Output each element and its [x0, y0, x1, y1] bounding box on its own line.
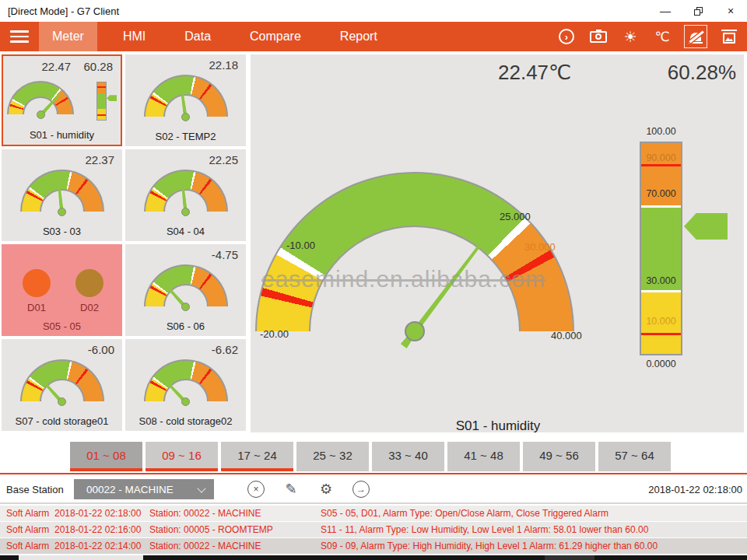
- go-button[interactable]: →: [352, 480, 370, 499]
- tile-value: 22.18: [209, 58, 238, 72]
- range-tab-17-24[interactable]: 17 ~ 24: [221, 442, 293, 471]
- tab-data[interactable]: Data: [171, 22, 224, 51]
- alarm-row[interactable]: Soft Alarm 2018-01-22 02:14:00 Station: …: [0, 538, 747, 554]
- current-timestamp: 2018-01-22 02:18:00: [648, 484, 742, 495]
- station-bar: Base Station 00022 - MACHINE × ✎ ⚙ → 201…: [0, 476, 747, 502]
- tile-label: S02 - TEMP2: [125, 131, 246, 142]
- alarm-time: 2018-01-22 02:14:00: [54, 541, 149, 551]
- brightness-button[interactable]: ☀: [620, 26, 640, 47]
- separator-line: [0, 473, 747, 474]
- range-tab-57-64[interactable]: 57 ~ 64: [598, 442, 671, 471]
- clear-snapshot-button[interactable]: [719, 26, 739, 47]
- tile-value: 22.25: [209, 153, 238, 166]
- tab-meter[interactable]: Meter: [39, 22, 97, 51]
- alarm-row[interactable]: Soft Alarm 2018-01-22 02:18:00 Station: …: [0, 506, 747, 521]
- d01-label: D01: [23, 302, 51, 313]
- window-controls: — ×: [649, 0, 747, 22]
- gauge-alarm-label: 30.000: [524, 241, 556, 253]
- bar-90-label: 90.000: [641, 152, 681, 163]
- gauge-high-label: 25.000: [500, 211, 531, 222]
- tile-s08-cold-storage02[interactable]: -6.62 S08 - cold storage02: [125, 339, 246, 431]
- mini-bar-gauge: [96, 82, 107, 121]
- restore-button[interactable]: [682, 0, 714, 22]
- tab-compare[interactable]: Compare: [237, 22, 314, 51]
- tile-value: 22.37: [85, 153, 114, 166]
- tile-s04[interactable]: 22.25 S04 - 04: [125, 149, 246, 241]
- meter-panel: 22.47℃ 60.28% -20.00 -10.00 25.000 30.00…: [251, 54, 744, 432]
- bar-min-label: 0.0000: [640, 359, 682, 369]
- sync-button[interactable]: ›: [556, 26, 577, 47]
- bar-10-label: 10.000: [641, 316, 681, 327]
- mini-gauge: [144, 264, 228, 306]
- unit-celsius-button[interactable]: ℃: [652, 26, 672, 47]
- tile-value: -6.62: [212, 343, 238, 356]
- bar-30-label: 30.000: [641, 275, 681, 286]
- trash-image-icon: [722, 30, 736, 44]
- tile-label: S06 - 06: [125, 320, 246, 332]
- range-tab-01-08[interactable]: 01 ~ 08: [70, 442, 142, 471]
- gauge-max-label: 40.000: [551, 330, 582, 341]
- tab-hmi[interactable]: HMI: [110, 22, 159, 51]
- gauge-low-label: -10.00: [286, 240, 315, 251]
- tile-s02-temp2[interactable]: 22.18 S02 - TEMP2: [125, 54, 246, 146]
- range-tab-25-32[interactable]: 25 ~ 32: [296, 442, 369, 471]
- alarm-message: S09 - 09, Alarm Type: High Humidity, Hig…: [321, 541, 658, 551]
- close-icon: ×: [728, 5, 734, 17]
- bar-pointer: [684, 213, 728, 240]
- digital-input-d02-indicator: [75, 269, 103, 297]
- tile-label: S05 - 05: [2, 320, 122, 332]
- close-button[interactable]: ×: [714, 0, 747, 22]
- chevron-down-icon: [197, 484, 205, 492]
- humidity-bar-gauge: 90.000 70.000 30.000 10.000: [640, 142, 682, 355]
- tab-report[interactable]: Report: [327, 22, 391, 51]
- mini-bar-pointer: [107, 95, 117, 101]
- tile-label: S01 - humidity: [3, 129, 121, 141]
- mini-gauge: [144, 75, 228, 117]
- alarm-mute-button[interactable]: [684, 25, 707, 48]
- snapshot-button[interactable]: [588, 26, 608, 47]
- tile-s07-cold-storage01[interactable]: -6.00 S07 - cold storage01: [2, 339, 122, 431]
- menu-button[interactable]: [0, 22, 39, 51]
- range-tab-49-56[interactable]: 49 ~ 56: [523, 442, 595, 471]
- tile-label: S03 - 03: [2, 226, 122, 237]
- sync-icon: ›: [559, 29, 574, 44]
- tile-s06[interactable]: -4.75 S06 - 06: [125, 244, 246, 336]
- edit-button[interactable]: ✎: [282, 480, 300, 499]
- range-tab-33-40[interactable]: 33 ~ 40: [372, 442, 444, 471]
- alarm-station: Station: 00022 - MACHINE: [149, 508, 321, 519]
- mini-gauge: [7, 81, 74, 114]
- celsius-icon: ℃: [654, 29, 669, 45]
- tile-label: S04 - 04: [125, 226, 246, 237]
- digital-input-d01-indicator: [23, 269, 51, 297]
- alarm-type: Soft Alarm: [6, 541, 54, 551]
- minimize-button[interactable]: —: [649, 0, 682, 22]
- tile-s03[interactable]: 22.37 S03 - 03: [2, 149, 122, 241]
- alarm-station: Station: 00022 - MACHINE: [149, 541, 321, 551]
- sensor-tile-grid: 22.47 60.28 S01 - humidity 22.18: [2, 54, 247, 431]
- sensor-range-tabs: 01 ~ 08 09 ~ 16 17 ~ 24 25 ~ 32 33 ~ 40 …: [70, 442, 671, 471]
- restore-icon: [694, 7, 703, 16]
- gauge-caption: S01 - humidity: [374, 418, 622, 434]
- station-select[interactable]: 00022 - MACHINE: [74, 479, 214, 499]
- temperature-readout: 22.47℃: [498, 61, 571, 85]
- range-tab-09-16[interactable]: 09 ~ 16: [146, 442, 218, 471]
- cancel-button[interactable]: ×: [247, 480, 265, 499]
- mini-gauge: [20, 170, 104, 212]
- alarm-station: Station: 00005 - ROOMTEMP: [149, 524, 321, 535]
- mini-gauge: [144, 170, 228, 212]
- circle-arrow-icon: →: [352, 481, 370, 498]
- alarm-time: 2018-01-22 02:16:00: [54, 524, 149, 535]
- alarm-time: 2018-01-22 02:18:00: [54, 508, 149, 519]
- gauge-hub: [405, 321, 425, 341]
- bar-alarm-high-line: [641, 164, 681, 166]
- base-station-label: Base Station: [6, 484, 64, 495]
- tile-s05-alarm[interactable]: D01 D02 S05 - 05: [2, 244, 122, 336]
- settings-button[interactable]: ⚙: [317, 480, 335, 499]
- bar-70-label: 70.000: [641, 188, 681, 199]
- gauge-min-label: -20.00: [260, 328, 289, 340]
- circle-x-icon: ×: [247, 481, 265, 498]
- alarm-row[interactable]: Soft Alarm 2018-01-22 02:16:00 Station: …: [0, 522, 747, 537]
- tile-s01-humidity[interactable]: 22.47 60.28 S01 - humidity: [2, 54, 122, 146]
- range-tab-41-48[interactable]: 41 ~ 48: [447, 442, 520, 471]
- content-area: 22.47 60.28 S01 - humidity 22.18: [0, 51, 747, 436]
